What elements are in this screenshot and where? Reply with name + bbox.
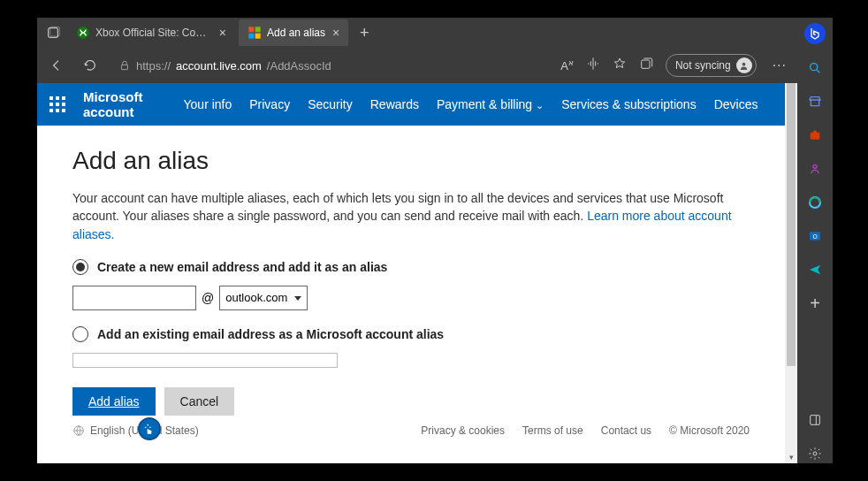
footer-privacy[interactable]: Privacy & cookies [421, 424, 505, 437]
lock-icon [118, 59, 131, 72]
nav-privacy[interactable]: Privacy [249, 97, 290, 111]
svg-rect-13 [813, 131, 817, 134]
nav-services[interactable]: Services & subscriptions [561, 97, 697, 111]
tab-label: Xbox Official Site: Consoles, Ga [95, 27, 212, 39]
brand-label[interactable]: Microsoft account [83, 89, 143, 119]
url-scheme: https:// [136, 59, 171, 73]
profile-sync-button[interactable]: Not syncing [666, 54, 757, 77]
svg-point-14 [813, 164, 817, 168]
send-icon[interactable] [805, 260, 825, 279]
browser-window: Xbox Official Site: Consoles, Ga × Add a… [37, 18, 833, 463]
shopping-icon[interactable] [805, 92, 825, 111]
page-viewport: Microsoft account Your info Privacy Secu… [37, 83, 797, 463]
globe-icon [72, 424, 85, 437]
option-existing-email[interactable]: Add an existing email address as a Micro… [72, 326, 750, 342]
edge-sidebar: O + [797, 18, 833, 463]
more-menu-button[interactable]: ··· [769, 57, 790, 73]
profile-avatar-icon [736, 57, 752, 73]
tab-label: Add an alias [267, 27, 325, 39]
outlook-icon[interactable]: O [805, 226, 825, 246]
favorites-icon[interactable] [613, 57, 627, 74]
chevron-down-icon: ⌄ [536, 100, 544, 111]
ms-favicon [247, 26, 262, 40]
nav-payment-billing[interactable]: Payment & billing⌄ [437, 97, 544, 111]
add-sidebar-button[interactable]: + [810, 294, 820, 314]
ms-account-nav: Microsoft account Your info Privacy Secu… [37, 83, 785, 126]
footer-copyright: © Microsoft 2020 [669, 424, 750, 437]
nav-devices[interactable]: Devices [714, 97, 758, 111]
svg-rect-3 [248, 27, 254, 32]
vertical-scrollbar[interactable]: ▾ [785, 83, 797, 463]
tab-add-alias[interactable]: Add an alias × [239, 19, 348, 46]
url-path: /AddAssocId [267, 59, 331, 73]
new-tab-button[interactable]: + [352, 20, 377, 45]
svg-rect-5 [248, 34, 254, 39]
svg-text:O: O [812, 233, 817, 240]
radio-selected-icon [72, 259, 88, 275]
footer-terms[interactable]: Terms of use [522, 424, 583, 437]
page-content: Add an alias Your account can have multi… [37, 126, 785, 463]
text-size-icon[interactable]: Aא [560, 58, 574, 73]
page-description: Your account can have multiple aliases, … [72, 189, 750, 243]
edge-icon[interactable] [805, 193, 825, 212]
sync-label: Not syncing [675, 59, 731, 72]
footer-contact[interactable]: Contact us [601, 424, 651, 437]
url-host: account.live.com [176, 59, 262, 73]
settings-icon[interactable] [805, 444, 825, 463]
svg-rect-18 [811, 416, 820, 425]
sidebar-toggle-icon[interactable] [805, 410, 825, 430]
refresh-button[interactable] [78, 53, 103, 78]
toolbar: https://account.live.com/AddAssocId Aא N… [37, 48, 797, 83]
back-button[interactable] [44, 53, 69, 78]
svg-rect-8 [642, 60, 650, 68]
close-icon[interactable]: × [332, 27, 339, 39]
existing-email-input[interactable] [72, 353, 338, 368]
nav-security[interactable]: Security [308, 97, 353, 111]
bing-chat-icon[interactable] [804, 23, 826, 44]
radio-unselected-icon [72, 326, 88, 342]
xbox-favicon [76, 26, 90, 40]
option-label: Add an existing email address as a Micro… [97, 327, 444, 341]
cancel-button[interactable]: Cancel [164, 387, 235, 416]
add-alias-button[interactable]: Add alias [72, 387, 156, 416]
nav-your-info[interactable]: Your info [184, 97, 232, 111]
nav-rewards[interactable]: Rewards [370, 97, 419, 111]
page-title: Add an alias [72, 147, 750, 175]
svg-rect-12 [811, 133, 820, 140]
domain-select[interactable]: outlook.com [219, 286, 308, 310]
tab-xbox[interactable]: Xbox Official Site: Consoles, Ga × [67, 19, 235, 46]
locale-label[interactable]: English (United States) [90, 424, 199, 437]
scroll-down-icon[interactable]: ▾ [785, 451, 797, 463]
collections-icon[interactable] [639, 57, 653, 74]
svg-point-11 [811, 64, 818, 71]
svg-rect-7 [122, 65, 128, 69]
search-icon[interactable] [805, 58, 825, 78]
read-aloud-icon[interactable] [586, 57, 600, 74]
close-icon[interactable]: × [219, 27, 226, 39]
games-icon[interactable] [805, 159, 825, 179]
address-bar[interactable]: https://account.live.com/AddAssocId [111, 53, 552, 78]
scroll-thumb[interactable] [787, 83, 796, 366]
option-create-new[interactable]: Create a new email address and add it as… [72, 259, 750, 275]
new-email-input[interactable] [72, 286, 196, 310]
svg-rect-4 [255, 27, 261, 32]
svg-point-19 [813, 452, 817, 455]
svg-point-9 [742, 62, 746, 65]
at-symbol: @ [202, 291, 214, 305]
page-footer: English (United States) Privacy & cookie… [72, 416, 750, 437]
option-label: Create a new email address and add it as… [97, 260, 387, 274]
svg-rect-6 [255, 34, 261, 39]
tab-strip: Xbox Official Site: Consoles, Ga × Add a… [37, 18, 797, 48]
tab-actions-icon[interactable] [42, 22, 64, 43]
app-launcher-icon[interactable] [49, 96, 65, 112]
tools-icon[interactable] [805, 126, 825, 145]
